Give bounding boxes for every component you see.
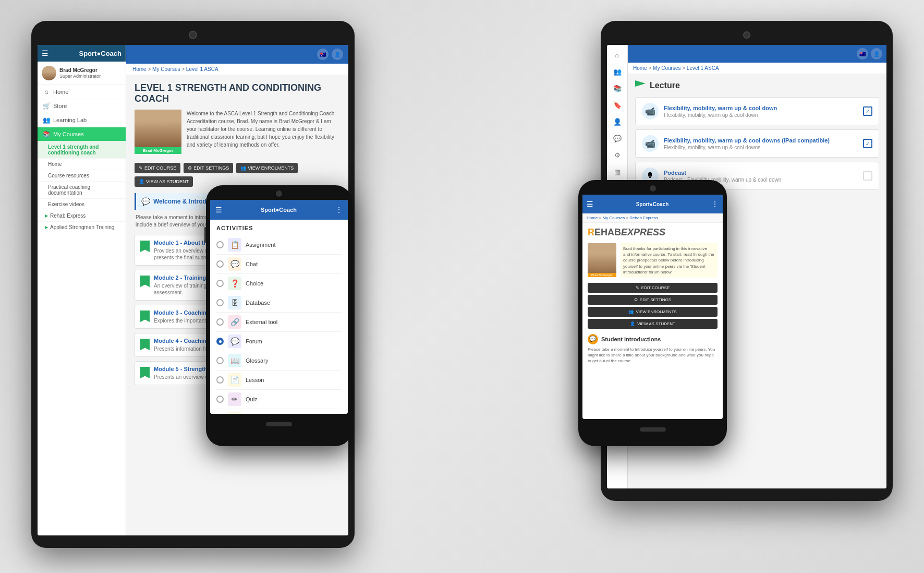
scorm-icon: 📦 [228, 412, 241, 414]
activity-forum[interactable]: 💬 Forum [216, 332, 342, 351]
activity-glossary[interactable]: 📖 Glossary [216, 351, 342, 371]
activity-label-assignment: Assignment [246, 242, 275, 248]
lecture-video-icon-2: 📹 [642, 135, 659, 152]
instructor-photo: Brad McGregor [135, 110, 181, 157]
external-tool-icon: 🔗 [228, 315, 241, 329]
sub-item-course-resources[interactable]: Course resources [38, 170, 126, 182]
lecture-checkbox-2[interactable]: ✓ [863, 139, 872, 148]
course-item-strongman[interactable]: ▶ Applied Strongman Training [38, 222, 126, 233]
sidebar-chat-icon[interactable]: 💬 [610, 131, 625, 146]
rehab-instructor-info: Brad thanks for participating in this in… [621, 243, 718, 278]
radio-forum[interactable] [216, 338, 224, 345]
activity-label-forum: Forum [246, 338, 262, 344]
rehab-title: REHABEXPRESS [582, 223, 723, 240]
lesson-icon: 📄 [228, 373, 241, 387]
radio-external-tool[interactable] [216, 318, 224, 326]
bookmark-icon-4 [140, 339, 150, 350]
course-item-rehab[interactable]: ▶ Rehab Express [38, 210, 126, 222]
rehab-letter-r: R [588, 227, 594, 237]
sub-item-exercise[interactable]: Exercise videos [38, 199, 126, 210]
flag-icon[interactable]: 🇦🇺 [317, 49, 329, 60]
activity-quiz[interactable]: ✏ Quiz [216, 390, 342, 409]
activity-chat[interactable]: 💬 Chat [216, 255, 342, 274]
radio-glossary[interactable] [216, 357, 224, 364]
volume-button [204, 227, 206, 243]
nav-item-store[interactable]: 🛒 Store [38, 99, 126, 113]
radio-chat[interactable] [216, 260, 224, 268]
phone-left-camera [276, 190, 282, 197]
action-buttons: ✎ EDIT COURSE ⚙ EDIT SETTINGS 👥 VIEW ENR… [135, 163, 340, 187]
view-enrolments-button[interactable]: 👥 VIEW ENROLMENTS [236, 163, 298, 173]
sidebar-bookmark-icon[interactable]: 🔖 [610, 98, 625, 112]
hamburger-icon-phone[interactable]: ☰ [215, 206, 222, 214]
sidebar-grid-icon[interactable]: ▦ [610, 164, 625, 179]
lecture-checkbox-3[interactable] [863, 171, 872, 181]
phone-right-camera [650, 185, 656, 192]
sidebar-home-icon[interactable]: ⌂ [610, 47, 625, 62]
student-bubble-icon: 💬 [588, 334, 598, 344]
sub-item-practical[interactable]: Practical coaching documentation [38, 182, 126, 199]
user-icon-right[interactable]: 👤 [871, 48, 882, 59]
bookmark-icon-5 [140, 367, 150, 378]
activity-database[interactable]: 🗄 Database [216, 293, 342, 313]
tablet-left-camera [189, 31, 197, 39]
rehab-view-student-btn[interactable]: 👤 VIEW AS STUDENT [588, 319, 718, 329]
rehab-brand-name: REHABEXPRESS [588, 227, 718, 238]
phone-right-breadcrumb: Home > My Courses > Rehab Express [582, 213, 723, 223]
rehab-edit-settings-btn[interactable]: ⚙ EDIT SETTINGS [588, 295, 718, 305]
radio-choice[interactable] [216, 280, 224, 287]
activities-section: ACTIVITIES 📋 Assignment 💬 Chat ❓ Choice [210, 220, 348, 414]
activity-scorm[interactable]: 📦 SCORM package [216, 409, 342, 414]
radio-database[interactable] [216, 299, 224, 306]
hamburger-icon[interactable]: ☰ [42, 49, 48, 57]
dots-menu-phone-right[interactable]: ⋮ [711, 200, 719, 208]
nav-item-my-courses[interactable]: 📚 My Courses [38, 127, 126, 141]
activity-assignment[interactable]: 📋 Assignment [216, 235, 342, 255]
sidebar-settings-icon[interactable]: ⚙ [610, 148, 625, 162]
activity-label-external-tool: External tool [246, 319, 277, 325]
sidebar-courses-icon[interactable]: 📚 [610, 81, 625, 96]
flag-icon-right[interactable]: 🇦🇺 [857, 48, 868, 59]
lecture-section: Lecture [635, 80, 879, 91]
lecture-title-1[interactable]: Flexibility, mobility, warm up & cool do… [664, 105, 858, 111]
activity-lesson[interactable]: 📄 Lesson [216, 371, 342, 390]
rehab-view-enrolments-btn[interactable]: 👥 VIEW ENROLMENTS [588, 307, 718, 317]
home-button[interactable] [266, 422, 292, 426]
right-breadcrumb: Home > My Courses > Level 1 ASCA [628, 63, 886, 74]
right-header: 🇦🇺 👤 [628, 45, 886, 63]
lecture-title-3[interactable]: Podcast [664, 170, 858, 176]
header-icons: 🇦🇺 👤 [317, 49, 343, 60]
logo-text: Sport●Coach [79, 50, 121, 57]
glossary-icon: 📖 [228, 354, 241, 367]
radio-quiz[interactable] [216, 396, 224, 403]
sub-item-home[interactable]: Home [38, 159, 126, 170]
scene: ☰ Sport●Coach Brad McGregor Super Admini… [0, 0, 924, 573]
instructor-name-badge: Brad McGregor [135, 147, 181, 154]
phone-right-screen: ☰ Sport●Coach ⋮ Home > My Courses > Reha… [582, 195, 723, 419]
home-button-right[interactable] [640, 427, 666, 432]
rehab-edit-course-btn[interactable]: ✎ EDIT COURSE [588, 283, 718, 293]
lecture-checkbox-1[interactable]: ✓ [863, 106, 872, 116]
nav-item-learning-lab[interactable]: 👥 Learning Lab [38, 113, 126, 127]
bookmark-icon-3 [140, 311, 150, 322]
sidebar-users-icon[interactable]: 👥 [610, 64, 625, 79]
user-icon[interactable]: 👤 [332, 49, 343, 60]
lecture-title-2[interactable]: Flexibility, mobility, warm up & cool do… [664, 137, 858, 144]
phone-right: ☰ Sport●Coach ⋮ Home > My Courses > Reha… [578, 180, 727, 446]
instructor-section: Brad McGregor Welcome to the ASCA Level … [135, 110, 340, 157]
edit-course-button[interactable]: ✎ EDIT COURSE [135, 163, 180, 173]
dots-menu-phone[interactable]: ⋮ [335, 206, 343, 214]
activities-title: ACTIVITIES [216, 225, 342, 231]
radio-assignment[interactable] [216, 241, 224, 248]
edit-settings-button[interactable]: ⚙ EDIT SETTINGS [184, 163, 233, 173]
enrolments-icon: 👥 [240, 165, 246, 171]
view-as-student-button[interactable]: 👤 VIEW AS STUDENT [135, 176, 193, 187]
sidebar-person-icon[interactable]: 👤 [610, 114, 625, 129]
activity-choice[interactable]: ❓ Choice [216, 274, 342, 293]
activity-external-tool[interactable]: 🔗 External tool [216, 313, 342, 332]
nav-item-home[interactable]: ⌂ Home [38, 85, 126, 99]
sub-item-level1[interactable]: Level 1 strength and conditioning coach [38, 141, 126, 159]
lecture-desc-1: Flexibility, mobility, warm up & cool do… [664, 112, 858, 118]
hamburger-icon-phone-right[interactable]: ☰ [587, 200, 593, 208]
radio-lesson[interactable] [216, 376, 224, 384]
